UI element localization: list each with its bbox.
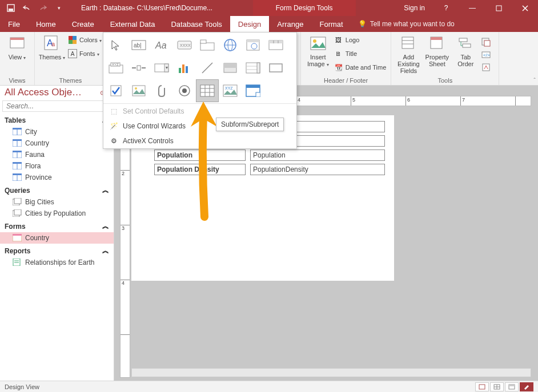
fonts-icon: A <box>68 49 77 58</box>
nav-item-flora[interactable]: Flora <box>0 160 114 172</box>
nav-item-province[interactable]: Province <box>0 172 114 183</box>
datasheet-view-icon[interactable] <box>490 382 504 391</box>
save-icon[interactable] <box>3 1 18 15</box>
activex-controls-item[interactable]: ⚙ActiveX Controls <box>103 134 296 148</box>
colors-button[interactable]: Colors <box>68 34 102 46</box>
qat-customize-icon[interactable]: ▾ <box>51 1 66 15</box>
tab-home[interactable]: Home <box>28 16 64 32</box>
tab-order-button[interactable]: Tab Order <box>453 34 478 67</box>
ribbon-tabs: File Home Create External Data Database … <box>0 16 538 32</box>
rectangle-control-icon[interactable] <box>264 56 287 79</box>
add-existing-fields-button[interactable]: Add Existing Fields <box>396 34 421 74</box>
label-control-icon[interactable]: Aa <box>150 34 173 56</box>
listbox-control-icon[interactable] <box>242 56 264 79</box>
svg-rect-31 <box>200 43 214 50</box>
tab-design[interactable]: Design <box>230 16 269 32</box>
section-reports[interactable]: Reports︽ <box>0 244 114 257</box>
themes-button[interactable]: Aa Themes <box>39 34 65 60</box>
redo-icon[interactable] <box>35 1 50 15</box>
svg-rect-4 <box>10 38 24 40</box>
nav-item-city[interactable]: City <box>0 126 114 138</box>
nav-item-fauna[interactable]: Fauna <box>0 149 114 160</box>
svg-point-64 <box>135 87 137 90</box>
navigation-control-icon[interactable] <box>264 34 287 56</box>
section-tables[interactable]: Tables︽ <box>0 113 114 126</box>
form-icon <box>13 234 22 242</box>
fonts-label: Fonts <box>79 50 99 57</box>
page-break-control-icon[interactable] <box>127 56 150 79</box>
field-label-population[interactable]: Population <box>154 149 246 161</box>
horizontal-scrollbar[interactable] <box>131 368 531 377</box>
minimize-icon[interactable]: — <box>459 0 485 16</box>
status-text: Design View <box>5 383 39 390</box>
tab-database-tools[interactable]: Database Tools <box>163 16 230 32</box>
collapse-ribbon-icon[interactable]: ˆ <box>533 77 536 84</box>
activex-label: ActiveX Controls <box>123 137 174 145</box>
line-control-icon[interactable] <box>196 56 219 79</box>
design-view-icon[interactable] <box>520 382 533 391</box>
chart-control-icon[interactable] <box>173 56 196 79</box>
insert-image-button[interactable]: Insert Image <box>306 34 331 67</box>
status-bar: Design View <box>0 381 538 392</box>
title-button[interactable]: 🗎Title <box>334 48 387 59</box>
defaults-label: Set Control Defaults <box>123 107 184 115</box>
convert-macros-icon[interactable] <box>481 63 491 72</box>
toggle-button-control-icon[interactable] <box>219 56 242 79</box>
subform-new-window-icon[interactable] <box>481 38 491 47</box>
tab-control-icon[interactable] <box>196 34 219 56</box>
hyperlink-control-icon[interactable] <box>219 34 242 56</box>
tab-create[interactable]: Create <box>64 16 102 32</box>
bound-object-frame-icon[interactable]: XYZ <box>219 79 242 102</box>
image-control-icon[interactable] <box>242 79 264 102</box>
option-group-control-icon[interactable]: XYZ <box>105 56 127 79</box>
field-label-populationdensity[interactable]: Population Density <box>154 164 246 175</box>
tab-format[interactable]: Format <box>312 16 351 32</box>
themes-icon: Aa <box>43 34 61 52</box>
checkbox-control-icon[interactable] <box>105 79 127 102</box>
undo-icon[interactable] <box>19 1 34 15</box>
tell-me-search[interactable]: 💡 Tell me what you want to do <box>351 16 461 32</box>
nav-item-cities-by-population[interactable]: Cities by Population <box>0 208 114 219</box>
fonts-button[interactable]: AFonts <box>68 48 102 59</box>
unbound-object-frame-icon[interactable] <box>127 79 150 102</box>
svg-rect-11 <box>73 40 77 44</box>
nav-item-big-cities[interactable]: Big Cities <box>0 196 114 208</box>
navpane-search-input[interactable] <box>3 101 111 111</box>
view-code-icon[interactable]: </> <box>481 50 491 59</box>
tab-file[interactable]: File <box>0 16 28 32</box>
collapse-icon: ︽ <box>102 185 109 195</box>
form-view-icon[interactable] <box>475 382 489 391</box>
navpane-search[interactable] <box>2 100 111 112</box>
title-label: Title <box>346 50 357 57</box>
section-forms[interactable]: Forms︽ <box>0 219 114 232</box>
option-button-control-icon[interactable] <box>173 79 196 102</box>
svg-text:ab|: ab| <box>134 42 142 49</box>
nav-item-country[interactable]: Country <box>0 232 114 244</box>
table-icon <box>13 128 22 136</box>
view-button[interactable]: View <box>5 34 30 60</box>
field-textbox-populationdensity[interactable]: PopulationDensity <box>250 164 385 175</box>
nav-item-country[interactable]: Country <box>0 138 114 149</box>
close-icon[interactable] <box>512 0 538 16</box>
textbox-control-icon[interactable]: ab| <box>127 34 150 56</box>
subform-control-icon[interactable] <box>196 79 219 102</box>
group-views-label: Views <box>5 76 30 84</box>
attachment-control-icon[interactable] <box>150 79 173 102</box>
sign-in-link[interactable]: Sign in <box>396 4 433 12</box>
property-sheet-button[interactable]: Property Sheet <box>424 34 449 67</box>
maximize-icon[interactable] <box>485 0 512 16</box>
svg-rect-2 <box>496 6 501 11</box>
help-icon[interactable]: ? <box>433 0 459 16</box>
logo-button[interactable]: 🖼Logo <box>334 34 387 46</box>
combobox-control-icon[interactable] <box>150 56 173 79</box>
button-control-icon[interactable]: XXXX <box>173 34 196 56</box>
layout-view-icon[interactable] <box>505 382 519 391</box>
tab-external-data[interactable]: External Data <box>102 16 163 32</box>
section-queries[interactable]: Queries︽ <box>0 183 114 196</box>
field-textbox-population[interactable]: Population <box>250 149 385 161</box>
web-browser-control-icon[interactable] <box>242 34 264 56</box>
tab-arrange[interactable]: Arrange <box>269 16 311 32</box>
select-control-icon[interactable] <box>105 34 127 56</box>
date-time-button[interactable]: 📆Date and Time <box>334 62 387 73</box>
nav-item-relationships-for-earth[interactable]: Relationships for Earth <box>0 257 114 268</box>
